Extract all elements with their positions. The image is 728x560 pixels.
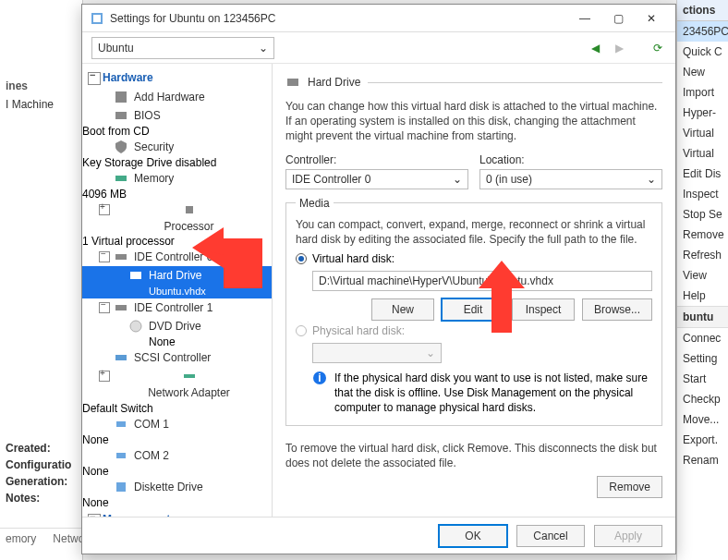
- node-security[interactable]: Security: [82, 138, 272, 156]
- remove-button[interactable]: Remove: [597, 476, 662, 498]
- action-inspect-disk[interactable]: Inspect: [677, 184, 728, 204]
- svg-text:i: i: [318, 371, 321, 384]
- minimize-button[interactable]: —: [568, 6, 601, 31]
- action-quick-create[interactable]: Quick C: [677, 42, 728, 62]
- bg-left-props: Created: Configuratio Generation: Notes:: [0, 434, 83, 512]
- svg-rect-6: [115, 254, 127, 260]
- node-scsi[interactable]: SCSI Controller: [82, 348, 272, 367]
- svg-rect-19: [287, 79, 298, 86]
- svg-rect-13: [116, 453, 126, 458]
- node-hard-drive[interactable]: Hard Drive: [82, 266, 272, 285]
- radio-physical-hard-disk: Physical hard disk:: [296, 324, 652, 337]
- action-edit-disk[interactable]: Edit Dis: [677, 164, 728, 184]
- action-hyperv-settings[interactable]: Hyper-: [677, 103, 728, 123]
- bg-left-item[interactable]: I Machine: [0, 94, 82, 115]
- svg-rect-7: [130, 272, 141, 279]
- close-button[interactable]: ✕: [635, 6, 668, 31]
- settings-tree[interactable]: Hardware Add Hardware BIOS Boot from CD …: [82, 64, 273, 517]
- node-bios[interactable]: BIOS: [82, 106, 272, 125]
- ok-button[interactable]: OK: [439, 525, 507, 547]
- actions-computer: 23456PC: [677, 21, 728, 42]
- node-diskette-sub: None: [82, 496, 272, 509]
- new-button[interactable]: New: [371, 298, 434, 321]
- svg-rect-12: [116, 421, 126, 427]
- radio-virtual-hard-disk[interactable]: Virtual hard disk:: [296, 252, 652, 265]
- hard-drive-icon: [285, 75, 300, 90]
- dialog-footer: OK Cancel Apply: [82, 517, 675, 554]
- node-ide1[interactable]: IDE Controller 1: [82, 298, 272, 317]
- titlebar: Settings for Ubuntu on 123456PC — ▢ ✕: [82, 5, 675, 32]
- actions-header: ctions: [677, 0, 728, 21]
- action-virtual-switch[interactable]: Virtual: [677, 123, 728, 143]
- physical-disk-info: If the physical hard disk you want to us…: [334, 371, 652, 416]
- svg-rect-4: [115, 176, 127, 181]
- bg-left-section: ines: [0, 74, 82, 94]
- action-move[interactable]: Move...: [677, 409, 728, 430]
- node-com1[interactable]: COM 1: [82, 415, 272, 433]
- settings-pane: Hard Drive You can change how this virtu…: [273, 64, 675, 517]
- hyperv-manager-bg-left: ines I Machine Created: Configuratio Gen…: [0, 0, 83, 560]
- section-hardware[interactable]: Hardware: [82, 67, 272, 88]
- apply-button: Apply: [594, 525, 662, 547]
- nav-back-button[interactable]: ◀: [587, 42, 603, 55]
- edit-button[interactable]: Edit: [442, 298, 504, 321]
- action-virtual-san[interactable]: Virtual: [677, 143, 728, 164]
- nav-forward-button: ▶: [611, 42, 627, 55]
- node-processor-sub: 1 Virtual processor: [82, 235, 272, 248]
- svg-point-9: [130, 321, 141, 332]
- cancel-button[interactable]: Cancel: [516, 525, 585, 547]
- location-dropdown[interactable]: 0 (in use)⌄: [479, 169, 662, 189]
- inspect-button[interactable]: Inspect: [512, 298, 575, 321]
- node-security-sub: Key Storage Drive disabled: [82, 156, 272, 169]
- node-network[interactable]: Network Adapter: [82, 367, 272, 401]
- bg-left-tabs: emory Networking: [0, 528, 82, 549]
- svg-rect-3: [115, 112, 127, 119]
- controller-dropdown[interactable]: IDE Controller 0⌄: [285, 169, 468, 189]
- action-view[interactable]: View: [677, 265, 728, 286]
- physical-disk-dropdown: ⌄: [312, 343, 442, 363]
- actions-pane: ctions 23456PC Quick C New Import Hyper-…: [676, 0, 728, 560]
- pane-desc: You can change how this virtual hard dis…: [285, 99, 662, 144]
- radio-dot-icon: [296, 325, 307, 336]
- remove-note: To remove the virtual hard disk, click R…: [285, 441, 662, 470]
- node-ide0[interactable]: IDE Controller 0: [82, 248, 272, 266]
- vhd-path-input[interactable]: [312, 271, 652, 291]
- pane-title: Hard Drive: [308, 76, 360, 89]
- node-memory[interactable]: Memory: [82, 169, 272, 188]
- vm-dropdown[interactable]: Ubuntu ⌄: [91, 37, 274, 59]
- action-stop-service[interactable]: Stop Se: [677, 204, 728, 225]
- settings-icon: [90, 11, 104, 26]
- node-com2-sub: None: [82, 465, 272, 478]
- section-management[interactable]: Management: [82, 509, 272, 517]
- node-dvd-sub: None: [82, 335, 272, 348]
- svg-rect-10: [115, 355, 127, 360]
- node-add-hardware[interactable]: Add Hardware: [82, 88, 272, 106]
- node-hard-drive-sub: Ubuntu.vhdx: [82, 285, 272, 298]
- action-start[interactable]: Start: [677, 369, 728, 389]
- dialog-title: Settings for Ubuntu on 123456PC: [110, 12, 568, 25]
- action-export[interactable]: Export.: [677, 430, 728, 450]
- node-bios-sub: Boot from CD: [82, 125, 272, 138]
- node-network-sub: Default Switch: [82, 402, 272, 415]
- action-remove-server[interactable]: Remove: [677, 225, 728, 245]
- node-diskette[interactable]: Diskette Drive: [82, 478, 272, 496]
- controller-label: Controller:: [285, 153, 468, 166]
- action-checkpoint[interactable]: Checkp: [677, 389, 728, 409]
- action-refresh[interactable]: Refresh: [677, 245, 728, 265]
- action-new[interactable]: New: [677, 62, 728, 82]
- action-help[interactable]: Help: [677, 286, 728, 306]
- reload-button[interactable]: ⟳: [649, 42, 666, 55]
- node-com2[interactable]: COM 2: [82, 446, 272, 465]
- action-rename[interactable]: Renam: [677, 450, 728, 470]
- node-processor[interactable]: Processor: [82, 201, 272, 235]
- action-import[interactable]: Import: [677, 82, 728, 103]
- location-label: Location:: [479, 153, 662, 166]
- media-desc: You can compact, convert, expand, merge,…: [296, 217, 652, 247]
- maximize-button[interactable]: ▢: [601, 6, 635, 31]
- svg-rect-1: [93, 15, 101, 22]
- action-settings[interactable]: Setting: [677, 348, 728, 369]
- node-dvd[interactable]: DVD Drive: [82, 317, 272, 335]
- node-memory-sub: 4096 MB: [82, 188, 272, 201]
- action-connect[interactable]: Connec: [677, 328, 728, 348]
- browse-button[interactable]: Browse...: [582, 298, 652, 321]
